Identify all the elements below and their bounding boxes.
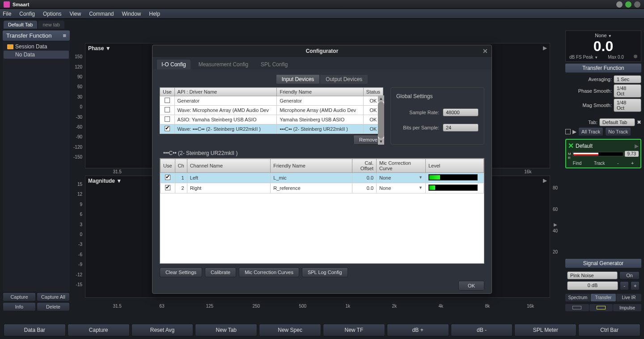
phase-plot-play-icon[interactable]: ▶: [543, 45, 547, 51]
channel-friendly-cell[interactable]: L_mic: [271, 173, 352, 183]
scroll-up-icon[interactable]: ▲: [378, 95, 384, 102]
menu-help[interactable]: Help: [149, 11, 160, 17]
track-find[interactable]: Find: [573, 161, 581, 166]
siggen-on-button[interactable]: On: [619, 271, 640, 279]
scroll-track[interactable]: [378, 102, 384, 138]
hamburger-icon[interactable]: ≡: [63, 32, 66, 39]
workspace-tab-default[interactable]: Default Tab: [4, 21, 37, 29]
menu-command[interactable]: Command: [89, 11, 114, 17]
tree-leaf-no-data[interactable]: No Data: [4, 51, 69, 59]
track-play-icon[interactable]: ▶: [635, 143, 639, 149]
dropdown-icon[interactable]: ▼: [419, 175, 423, 180]
close-window-icon[interactable]: [634, 1, 640, 8]
tree-root-session-data[interactable]: Session Data: [4, 43, 69, 51]
use-checkbox[interactable]: [165, 107, 170, 112]
track-plus[interactable]: +: [631, 161, 634, 166]
channel-friendly-cell[interactable]: R_reference: [271, 183, 352, 193]
device-table-row[interactable]: GeneratorGeneratorOK: [160, 96, 383, 106]
menu-config[interactable]: Config: [19, 11, 35, 17]
channel-th-offset[interactable]: Cal. Offset: [352, 159, 377, 173]
track-card[interactable]: ✕ Default ▶ M 9.73 R Find Track - +: [565, 139, 641, 168]
channel-name-cell[interactable]: Left: [187, 173, 271, 183]
impulse-box-1[interactable]: [565, 304, 589, 311]
impulse-box-2[interactable]: [589, 304, 613, 311]
view-tab-spectrum[interactable]: Spectrum: [565, 294, 590, 301]
phase-smooth-select[interactable]: 1/48 Oct: [614, 84, 641, 98]
menu-window[interactable]: Window: [122, 11, 141, 17]
sample-rate-select[interactable]: 48000: [443, 108, 479, 116]
channel-th-level[interactable]: Level: [426, 159, 484, 173]
device-table-row[interactable]: ASIO: Yamaha Steinberg USB ASIOYamaha St…: [160, 115, 383, 124]
stop-icon[interactable]: [565, 129, 571, 134]
scroll-down-icon[interactable]: ▼: [378, 138, 384, 145]
workspace-tab-new[interactable]: new tab: [38, 21, 64, 29]
minimize-icon[interactable]: [616, 1, 623, 8]
channel-th-ch[interactable]: Ch: [175, 159, 187, 173]
info-button[interactable]: Info: [3, 302, 36, 311]
play-icon[interactable]: ▶: [554, 222, 557, 227]
channel-th-use[interactable]: Use: [161, 159, 175, 173]
siggen-type-select[interactable]: Pink Noise: [567, 271, 618, 279]
siggen-minus-button[interactable]: -: [620, 281, 629, 290]
modal-tab-spl-config[interactable]: SPL Config: [256, 60, 292, 69]
device-table-row[interactable]: Wave: •••C•• (2- Steinberg UR22mkII )•••…: [160, 124, 383, 134]
modal-tab-io-config[interactable]: I-O Config: [157, 60, 191, 69]
capture-button[interactable]: Capture: [3, 292, 36, 301]
track-track[interactable]: Track: [594, 161, 605, 166]
bottom-btn-data-bar[interactable]: Data Bar: [4, 324, 66, 336]
bottom-btn-new-tf[interactable]: New TF: [323, 324, 385, 336]
channel-offset-cell[interactable]: 0.0: [352, 173, 377, 183]
device-th-use[interactable]: Use: [160, 88, 175, 96]
clear-settings-button[interactable]: Clear Settings: [160, 267, 202, 277]
mic-correction-curves-button[interactable]: Mic Correction Curves: [239, 267, 299, 277]
track-value[interactable]: 9.73: [625, 151, 639, 157]
play-icon[interactable]: ▶: [572, 129, 576, 135]
bottom-btn-new-spec[interactable]: New Spec: [259, 324, 321, 336]
meter-source[interactable]: None: [595, 33, 606, 38]
menu-file[interactable]: File: [3, 11, 11, 17]
bits-select[interactable]: 24: [443, 124, 479, 132]
bottom-btn-reset-avg[interactable]: Reset Avg: [131, 324, 194, 336]
maximize-icon[interactable]: [625, 1, 631, 8]
no-track-button[interactable]: No Track: [605, 127, 631, 136]
channel-table-row[interactable]: 2RightR_reference0.0None ▼: [161, 183, 484, 193]
device-table-row[interactable]: Wave: Microphone Array (AMD Audio DevMic…: [160, 106, 383, 115]
channel-th-name[interactable]: Channel Name: [187, 159, 271, 173]
bottom-btn-new-tab[interactable]: New Tab: [195, 324, 257, 336]
modal-title-bar[interactable]: Configurator ✕: [153, 45, 491, 57]
delete-button[interactable]: Delete: [37, 302, 70, 311]
use-checkbox[interactable]: [165, 126, 170, 131]
ok-button[interactable]: OK: [458, 281, 484, 291]
menu-view[interactable]: View: [69, 11, 81, 17]
channel-mic-cell[interactable]: None ▼: [377, 183, 426, 193]
channel-mic-cell[interactable]: None ▼: [377, 173, 426, 183]
dropdown-icon[interactable]: ▼: [419, 185, 423, 190]
use-checkbox[interactable]: [165, 185, 170, 190]
dropdown-icon[interactable]: ▼: [608, 34, 612, 38]
bottom-btn-spl-meter[interactable]: SPL Meter: [514, 324, 576, 336]
channel-th-friendly[interactable]: Friendly Name: [271, 159, 352, 173]
device-th-status[interactable]: Status: [363, 88, 383, 96]
device-tab-output[interactable]: Output Devices: [320, 75, 368, 84]
spl-log-config-button[interactable]: SPL Log Config: [302, 267, 348, 277]
modal-close-icon[interactable]: ✕: [483, 47, 488, 55]
channel-table-row[interactable]: 1LeftL_mic0.0None ▼: [161, 173, 484, 183]
view-tab-live-ir[interactable]: Live IR: [616, 294, 641, 301]
channel-offset-cell[interactable]: 0.0: [352, 183, 377, 193]
impulse-button[interactable]: Impulse: [613, 304, 641, 311]
settings-icon[interactable]: ✖: [637, 119, 641, 125]
averaging-select[interactable]: 1 Sec: [614, 75, 641, 83]
bottom-btn-capture[interactable]: Capture: [68, 324, 130, 336]
use-checkbox[interactable]: [165, 175, 170, 180]
capture-all-button[interactable]: Capture All: [37, 292, 70, 301]
channel-name-cell[interactable]: Right: [187, 183, 271, 193]
bottom-btn-ctrl-bar[interactable]: Ctrl Bar: [578, 324, 640, 336]
track-close-icon[interactable]: ✕: [568, 142, 574, 150]
modal-tab-measurement-config[interactable]: Measurement Config: [194, 60, 253, 69]
magnitude-plot-play-icon[interactable]: ▶: [543, 177, 547, 184]
siggen-level[interactable]: 0 dB: [567, 281, 618, 290]
mag-smooth-select[interactable]: 1/48 Oct: [614, 99, 641, 112]
siggen-plus-button[interactable]: +: [631, 281, 640, 290]
menu-options[interactable]: Options: [43, 11, 61, 17]
bottom-btn-db-plus[interactable]: dB +: [387, 324, 449, 336]
